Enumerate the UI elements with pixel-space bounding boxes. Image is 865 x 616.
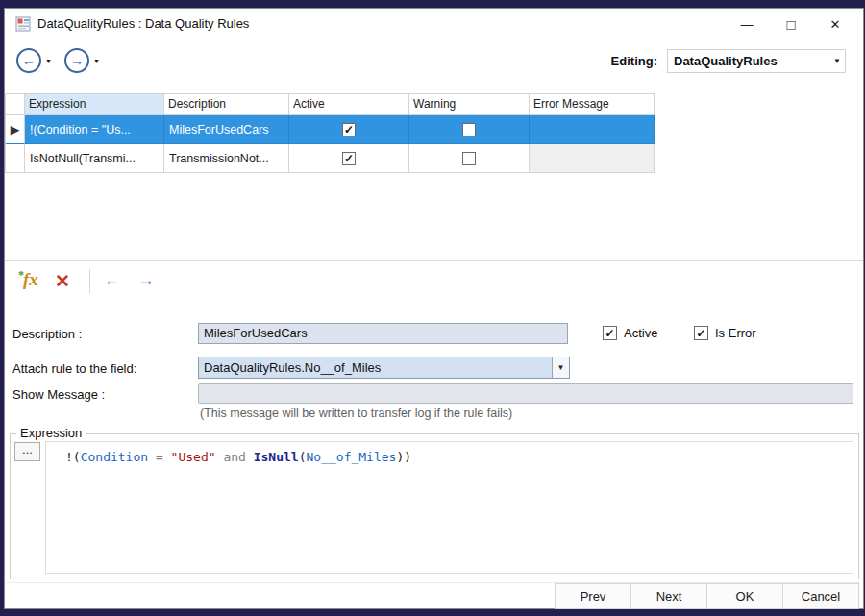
description-label: Description : <box>12 327 82 341</box>
cell-description[interactable]: TransmissionNot... <box>164 144 289 173</box>
ok-button[interactable]: OK <box>706 583 783 609</box>
check-icon: ✓ <box>344 124 354 136</box>
column-header-expression[interactable]: Expression <box>25 94 164 115</box>
editing-value: DataQualityRules <box>668 54 829 68</box>
minimize-button[interactable]: — <box>725 9 769 39</box>
active-checkbox[interactable]: ✓ <box>603 326 617 340</box>
check-icon: ✓ <box>696 328 705 339</box>
row-selector-pointer-icon[interactable]: ▶ <box>6 115 25 144</box>
expression-builder-button[interactable]: ... <box>14 442 40 461</box>
editing-caret-icon: ▼ <box>829 57 845 65</box>
cell-expression[interactable]: IsNotNull(Transmi... <box>25 144 164 173</box>
description-input[interactable]: MilesForUsedCars <box>198 323 568 344</box>
expression-token: ( <box>299 450 307 464</box>
footer-button-bar: Prev Next OK Cancel <box>5 582 859 609</box>
grid-header-row: Expression Description Active Warning Er… <box>6 94 655 115</box>
active-checkbox-group[interactable]: ✓ Active <box>603 326 657 340</box>
nav-forward-group: → ▼ <box>64 48 100 73</box>
expression-token: "Used" <box>171 450 216 464</box>
expression-token: )) <box>396 450 411 464</box>
cell-error-message[interactable] <box>530 115 655 144</box>
back-arrow-icon: ← <box>22 53 36 68</box>
add-rule-button[interactable]: *fx <box>18 268 38 290</box>
column-header-active[interactable]: Active <box>289 94 409 115</box>
active-checkbox[interactable]: ✓ <box>342 152 356 165</box>
editing-combobox[interactable]: DataQualityRules ▼ <box>667 49 846 73</box>
expression-groupbox-legend: Expression <box>16 426 86 440</box>
column-header-warning[interactable]: Warning <box>409 94 530 115</box>
rule-toolbar: *fx ✕ ← → <box>5 264 863 301</box>
expression-token: IsNull <box>254 450 299 464</box>
expression-token: and <box>223 450 245 464</box>
is-error-checkbox-label: Is Error <box>715 326 756 340</box>
app-icon <box>15 16 31 32</box>
back-dropdown-caret-icon[interactable]: ▼ <box>45 58 52 64</box>
cell-error-message[interactable] <box>530 144 655 173</box>
prev-button[interactable]: Prev <box>555 583 631 609</box>
editing-label: Editing: <box>611 54 657 68</box>
title-bar[interactable]: DataQualityRules : Data Quality Rules — … <box>5 9 863 39</box>
column-header-error-message[interactable]: Error Message <box>530 94 655 115</box>
fx-icon: fx <box>23 269 38 289</box>
expression-token <box>163 450 171 464</box>
toolbar-separator <box>89 269 90 294</box>
expression-token: No__of_Miles <box>307 450 397 464</box>
warning-checkbox[interactable] <box>462 152 476 165</box>
show-message-label: Show Message : <box>12 387 105 402</box>
expression-token <box>148 450 156 464</box>
grid-row-1[interactable]: ▶ !(Condition = "Us... MilesForUsedCars … <box>6 115 655 144</box>
move-next-button[interactable]: → <box>137 270 155 290</box>
expression-editor[interactable]: !(Condition = "Used" and IsNull(No__of_M… <box>45 441 853 574</box>
check-icon: ✓ <box>344 153 354 164</box>
expression-groupbox: Expression ... !(Condition = "Used" and … <box>10 433 859 579</box>
dialog-window: DataQualityRules : Data Quality Rules — … <box>4 8 864 609</box>
cell-warning[interactable] <box>409 144 530 173</box>
cancel-button[interactable]: Cancel <box>782 583 859 609</box>
forward-dropdown-caret-icon[interactable]: ▼ <box>93 58 100 64</box>
column-header-description[interactable]: Description <box>164 94 289 115</box>
grid-row-2[interactable]: IsNotNull(Transmi... TransmissionNot... … <box>6 144 655 173</box>
check-icon: ✓ <box>605 328 614 339</box>
editing-group: Editing: DataQualityRules ▼ <box>611 49 846 73</box>
show-message-input[interactable] <box>198 383 853 404</box>
expression-token: !( <box>65 450 81 464</box>
move-previous-button[interactable]: ← <box>103 270 120 290</box>
cell-expression[interactable]: !(Condition = "Us... <box>25 115 164 144</box>
nav-back-group: ← ▼ <box>16 48 52 73</box>
delete-rule-button[interactable]: ✕ <box>55 270 70 292</box>
horizontal-separator <box>5 260 863 261</box>
cell-active[interactable]: ✓ <box>289 144 409 173</box>
cell-warning[interactable] <box>409 115 530 144</box>
close-button[interactable]: ✕ <box>813 9 857 39</box>
attach-field-value: DataQualityRules.No__of_Miles <box>199 357 552 378</box>
cell-active[interactable]: ✓ <box>289 115 409 144</box>
attach-field-combobox[interactable]: DataQualityRules.No__of_Miles ▼ <box>198 357 570 379</box>
active-checkbox-label: Active <box>624 326 657 340</box>
cell-description[interactable]: MilesForUsedCars <box>164 115 289 144</box>
row-selector[interactable] <box>6 144 25 173</box>
window-controls: — □ ✕ <box>725 9 857 39</box>
active-checkbox[interactable]: ✓ <box>342 123 356 136</box>
combo-caret-icon[interactable]: ▼ <box>552 357 569 378</box>
expression-token: = <box>156 450 163 464</box>
maximize-button[interactable]: □ <box>769 9 813 39</box>
is-error-checkbox[interactable]: ✓ <box>694 326 708 340</box>
forward-arrow-icon: → <box>70 53 84 68</box>
expression-token <box>246 450 254 464</box>
next-button[interactable]: Next <box>630 583 707 609</box>
forward-button[interactable]: → <box>64 48 89 73</box>
navigation-toolbar: ← ▼ → ▼ Editing: DataQualityRules ▼ <box>5 39 863 84</box>
header-row-selector <box>6 94 25 115</box>
back-button[interactable]: ← <box>16 48 41 73</box>
message-hint-text: (This message will be written to transfe… <box>200 407 512 420</box>
attach-field-label: Attach rule to the field: <box>12 361 136 376</box>
is-error-checkbox-group[interactable]: ✓ Is Error <box>694 326 756 340</box>
window-title: DataQualityRules : Data Quality Rules <box>37 9 249 39</box>
warning-checkbox[interactable] <box>462 123 476 136</box>
expression-token: Condition <box>81 450 148 464</box>
rules-grid: Expression Description Active Warning Er… <box>5 93 655 173</box>
